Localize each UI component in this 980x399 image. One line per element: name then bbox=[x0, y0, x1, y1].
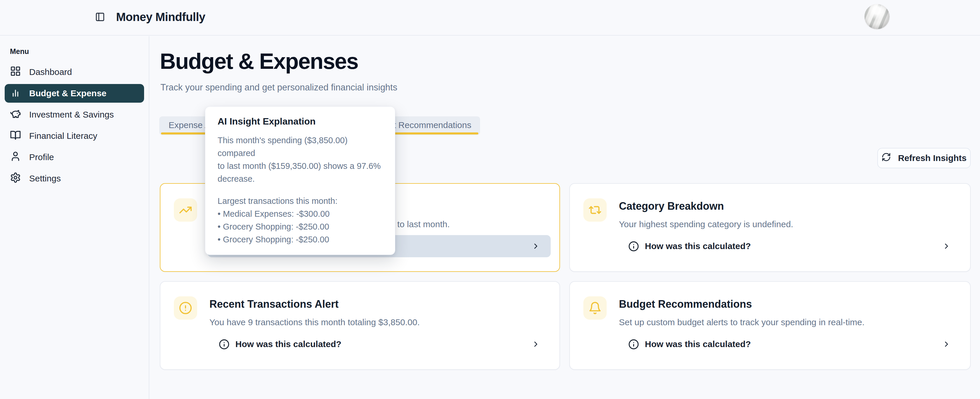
how-calculated-label: How was this calculated? bbox=[235, 339, 341, 349]
sidebar-item-label: Budget & Expense bbox=[29, 88, 107, 98]
info-icon bbox=[219, 339, 229, 350]
sidebar-item-label: Profile bbox=[29, 152, 54, 162]
piggy-bank-icon bbox=[10, 108, 21, 121]
popover-title: AI Insight Explanation bbox=[218, 116, 383, 127]
how-calculated-label: How was this calculated? bbox=[645, 339, 751, 349]
card-subtitle: Your highest spending category is undefi… bbox=[619, 219, 793, 229]
recent-transactions-card: Recent Transactions Alert You have 9 tra… bbox=[160, 281, 560, 370]
bell-icon bbox=[583, 296, 607, 320]
sidebar-item-financial-literacy[interactable]: Financial Literacy bbox=[5, 127, 144, 145]
sidebar-item-label: Investment & Savings bbox=[29, 110, 114, 119]
refresh-insights-label: Refresh Insights bbox=[898, 153, 967, 163]
how-calculated-button[interactable]: How was this calculated? bbox=[208, 333, 550, 355]
book-open-icon bbox=[10, 129, 21, 143]
alert-circle-icon bbox=[174, 296, 197, 320]
dashboard-grid-icon bbox=[10, 66, 21, 79]
gear-icon bbox=[10, 172, 21, 185]
card-title: Recent Transactions Alert bbox=[209, 298, 339, 310]
card-subtitle: You have 9 transactions this month total… bbox=[209, 317, 420, 327]
page-title: Budget & Expenses bbox=[160, 48, 358, 74]
card-subtitle: Set up custom budget alerts to track you… bbox=[619, 317, 864, 327]
chevron-right-icon bbox=[531, 242, 540, 251]
sidebar-item-label: Settings bbox=[29, 173, 60, 183]
refresh-icon bbox=[881, 152, 891, 164]
avatar[interactable] bbox=[864, 4, 889, 29]
chevron-right-icon bbox=[942, 242, 951, 251]
app-title: Money Mindfully bbox=[116, 11, 205, 24]
popover-summary: This month's spending ($3,850.00) compar… bbox=[218, 134, 383, 185]
card-title: Category Breakdown bbox=[619, 200, 724, 212]
category-breakdown-card: Category Breakdown Your highest spending… bbox=[570, 183, 970, 272]
user-icon bbox=[10, 151, 21, 164]
sidebar-item-budget-expense[interactable]: Budget & Expense bbox=[5, 84, 144, 103]
sidebar-toggle-button[interactable] bbox=[92, 10, 108, 25]
sidebar-item-label: Financial Literacy bbox=[29, 131, 97, 141]
sidebar-item-investment-savings[interactable]: Investment & Savings bbox=[5, 105, 144, 124]
sidebar-item-settings[interactable]: Settings bbox=[5, 169, 144, 188]
info-icon bbox=[628, 339, 639, 350]
page-subtitle: Track your spending and get personalized… bbox=[161, 82, 397, 93]
budget-recommendations-card: Budget Recommendations Set up custom bud… bbox=[570, 281, 970, 370]
sidebar-item-profile[interactable]: Profile bbox=[5, 148, 144, 167]
top-header: Money Mindfully bbox=[0, 0, 980, 36]
menu-section-label: Menu bbox=[10, 47, 144, 56]
ai-insight-popover: AI Insight Explanation This month's spen… bbox=[205, 107, 395, 255]
popover-transactions: Largest transactions this month: • Medic… bbox=[218, 194, 383, 246]
card-title: Budget Recommendations bbox=[619, 298, 752, 310]
refresh-insights-button[interactable]: Refresh Insights bbox=[877, 148, 970, 168]
bar-chart-icon bbox=[10, 87, 21, 100]
how-calculated-button[interactable]: How was this calculated? bbox=[617, 333, 961, 355]
chevron-right-icon bbox=[942, 340, 951, 348]
how-calculated-button[interactable]: How was this calculated? bbox=[617, 235, 961, 257]
panel-left-icon bbox=[95, 12, 105, 23]
chevron-right-icon bbox=[531, 340, 540, 348]
sidebar-item-dashboard[interactable]: Dashboard bbox=[5, 63, 144, 81]
how-calculated-label: How was this calculated? bbox=[645, 241, 751, 251]
repeat-icon bbox=[583, 198, 607, 222]
card-subtitle-fragment: to last month. bbox=[397, 219, 450, 229]
app-root: Money Mindfully Menu Dashboard Budget & … bbox=[0, 0, 980, 399]
info-icon bbox=[628, 241, 639, 252]
sidebar: Menu Dashboard Budget & Expense Investme… bbox=[0, 36, 150, 399]
trending-up-icon bbox=[174, 198, 197, 222]
sidebar-item-label: Dashboard bbox=[29, 67, 72, 77]
